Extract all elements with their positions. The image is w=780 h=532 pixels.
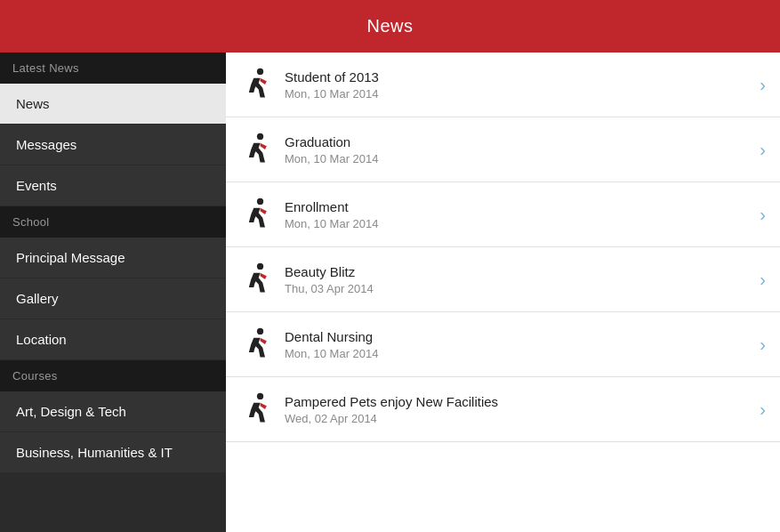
header-title: News [366,16,413,36]
sidebar-item-art-design-tech[interactable]: Art, Design & Tech [0,391,226,432]
news-item-5-title: Dental Nursing [285,329,751,344]
chevron-right-icon: › [760,270,766,290]
news-logo-icon-2 [240,130,272,169]
news-item-3-text: Enrollment Mon, 10 Mar 2014 [285,199,751,230]
sidebar-item-messages[interactable]: Messages [0,125,226,165]
sidebar-item-gallery[interactable]: Gallery [0,278,226,319]
news-item-2-date: Mon, 10 Mar 2014 [285,152,751,165]
news-item-5-text: Dental Nursing Mon, 10 Mar 2014 [285,329,751,360]
news-item-4-text: Beauty Blitz Thu, 03 Apr 2014 [285,264,751,295]
chevron-right-icon: › [760,140,766,160]
chevron-right-icon: › [760,335,766,355]
page-header: News [0,0,780,52]
news-item-3-date: Mon, 10 Mar 2014 [285,217,751,230]
news-item-4[interactable]: Beauty Blitz Thu, 03 Apr 2014 › [226,247,780,312]
news-logo-icon-1 [240,65,272,104]
news-logo-icon-4 [240,260,272,299]
news-item-1-text: Student of 2013 Mon, 10 Mar 2014 [285,69,751,101]
chevron-right-icon: › [760,75,766,95]
svg-point-6 [257,263,263,270]
sidebar-item-business-humanities-it[interactable]: Business, Humanities & IT [0,432,226,473]
sidebar-section-courses: Courses [0,360,226,391]
chevron-right-icon: › [760,205,766,225]
svg-point-4 [257,198,263,205]
svg-point-10 [257,393,263,399]
main-layout: Latest News News Messages Events School … [0,52,780,532]
news-item-1-date: Mon, 10 Mar 2014 [285,87,751,101]
sidebar-section-latest-news: Latest News [0,52,226,84]
svg-point-0 [257,69,263,75]
news-item-6[interactable]: Pampered Pets enjoy New Facilities Wed, … [226,377,780,442]
sidebar-section-school: School [0,206,226,238]
news-item-1-title: Student of 2013 [285,69,751,85]
news-logo-icon-3 [240,195,272,234]
news-item-3[interactable]: Enrollment Mon, 10 Mar 2014 › [226,182,780,247]
news-item-1[interactable]: Student of 2013 Mon, 10 Mar 2014 › [226,52,780,117]
news-item-2[interactable]: Graduation Mon, 10 Mar 2014 › [226,117,780,182]
news-item-5-date: Mon, 10 Mar 2014 [285,347,751,360]
news-logo-icon-5 [240,325,272,364]
sidebar-item-principal-message[interactable]: Principal Message [0,238,226,278]
news-logo-icon-6 [240,390,272,429]
news-item-6-text: Pampered Pets enjoy New Facilities Wed, … [285,394,751,425]
news-item-4-title: Beauty Blitz [285,264,751,279]
news-item-4-date: Thu, 03 Apr 2014 [285,282,751,295]
news-item-2-title: Graduation [285,134,751,149]
chevron-right-icon: › [760,399,766,420]
svg-point-8 [257,328,263,335]
news-item-3-title: Enrollment [285,199,751,214]
news-item-6-date: Wed, 02 Apr 2014 [285,412,751,425]
news-item-2-text: Graduation Mon, 10 Mar 2014 [285,134,751,165]
sidebar-item-news[interactable]: News [0,84,226,125]
svg-point-2 [257,133,263,140]
sidebar: Latest News News Messages Events School … [0,52,226,532]
news-item-6-title: Pampered Pets enjoy New Facilities [285,394,751,409]
news-list: Student of 2013 Mon, 10 Mar 2014 › Gradu… [226,52,780,532]
sidebar-item-location[interactable]: Location [0,319,226,360]
news-item-5[interactable]: Dental Nursing Mon, 10 Mar 2014 › [226,312,780,377]
sidebar-item-events[interactable]: Events [0,165,226,206]
